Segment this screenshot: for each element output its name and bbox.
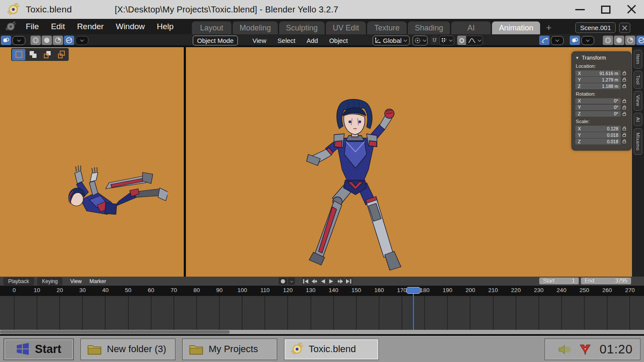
shading-material-icon[interactable] bbox=[53, 36, 63, 45]
overlays-dropdown[interactable] bbox=[581, 36, 594, 45]
volume-icon[interactable] bbox=[558, 344, 571, 355]
tab-modeling[interactable]: Modeling bbox=[233, 21, 278, 34]
menu-help[interactable]: Help bbox=[157, 22, 173, 31]
scene-unlink-icon[interactable] bbox=[619, 23, 630, 33]
menu-object[interactable]: Object bbox=[329, 37, 348, 44]
menu-select[interactable]: Select bbox=[277, 37, 295, 44]
previous-keyframe-icon[interactable] bbox=[310, 278, 318, 285]
shading-wireframe-icon[interactable] bbox=[603, 36, 613, 45]
shading-dropdown[interactable] bbox=[76, 36, 88, 45]
lock-icon[interactable] bbox=[623, 79, 626, 81]
shading-solid-icon[interactable] bbox=[42, 36, 52, 45]
snap-magnet-icon[interactable] bbox=[431, 36, 438, 45]
proportional-falloff-dropdown[interactable] bbox=[466, 36, 483, 45]
timeline-scrollbar-thumb[interactable] bbox=[0, 330, 230, 334]
maximize-icon[interactable] bbox=[601, 6, 611, 14]
shading-material-icon[interactable] bbox=[625, 36, 635, 45]
menu-render[interactable]: Render bbox=[77, 22, 103, 31]
location-y-field[interactable]: Y1.279 m bbox=[575, 77, 621, 83]
pivot-point-dropdown[interactable] bbox=[413, 36, 428, 45]
minimize-icon[interactable] bbox=[575, 9, 585, 10]
select-subtract-icon[interactable] bbox=[40, 49, 54, 60]
tab-layout[interactable]: Layout bbox=[192, 21, 231, 34]
sidebar-tab-item[interactable]: Item bbox=[634, 50, 642, 69]
play-icon[interactable] bbox=[328, 278, 335, 285]
transform-orientation-dropdown[interactable]: Global bbox=[373, 36, 410, 45]
lock-icon[interactable] bbox=[623, 128, 626, 130]
tab-texture[interactable]: Texture bbox=[367, 21, 407, 34]
jump-to-end-icon[interactable] bbox=[345, 278, 352, 285]
timeline-ruler[interactable]: 0102030405060708090100110120130140150160… bbox=[0, 286, 644, 296]
proportional-editing-icon[interactable] bbox=[457, 36, 466, 45]
rotation-z-field[interactable]: Z0° bbox=[575, 111, 621, 117]
menu-file[interactable]: File bbox=[26, 22, 39, 31]
tab-shading[interactable]: Shading bbox=[408, 21, 450, 34]
auto-keying-record-icon[interactable] bbox=[279, 278, 287, 285]
scale-y-field[interactable]: Y0.018 bbox=[575, 132, 621, 138]
taskbar-item-my-projects[interactable]: My Projects bbox=[182, 338, 277, 360]
viewport-right[interactable]: ▼ Transform Location: X91.616 m Y1.279 m… bbox=[186, 47, 632, 277]
lock-icon[interactable] bbox=[623, 85, 626, 88]
snap-target-dropdown[interactable] bbox=[439, 36, 454, 45]
frame-end-field[interactable]: End 3795 bbox=[581, 278, 631, 284]
sidebar-tab-ai[interactable]: AI bbox=[634, 113, 642, 126]
select-invert-icon[interactable] bbox=[55, 49, 68, 60]
close-icon[interactable] bbox=[627, 5, 636, 14]
lock-icon[interactable] bbox=[623, 141, 626, 143]
tab-ai[interactable]: AI bbox=[451, 21, 491, 34]
timeline-marker-menu[interactable]: Marker bbox=[89, 278, 106, 284]
timeline-grid[interactable] bbox=[0, 296, 644, 330]
character-render[interactable] bbox=[301, 98, 404, 277]
lock-icon[interactable] bbox=[623, 134, 626, 137]
show-gizmo-icon[interactable] bbox=[539, 36, 550, 45]
play-reverse-icon[interactable] bbox=[319, 278, 327, 285]
scale-x-field[interactable]: X0.128 bbox=[575, 126, 621, 132]
scale-z-field[interactable]: Z0.018 bbox=[575, 139, 621, 145]
shading-rendered-icon[interactable] bbox=[64, 36, 74, 45]
tab-sculpting[interactable]: Sculpting bbox=[279, 21, 325, 34]
menu-add[interactable]: Add bbox=[307, 37, 318, 44]
blender-logo-icon[interactable] bbox=[5, 21, 16, 32]
rotation-y-field[interactable]: Y0° bbox=[575, 105, 621, 111]
taskbar-item-toxic-blend[interactable]: Toxic.blend bbox=[284, 338, 379, 360]
menu-edit[interactable]: Edit bbox=[51, 22, 65, 31]
shading-wireframe-icon[interactable] bbox=[30, 36, 41, 45]
select-set-icon[interactable] bbox=[12, 49, 25, 60]
add-workspace-button[interactable]: + bbox=[541, 21, 556, 34]
timeline-view-menu[interactable]: View bbox=[70, 278, 82, 284]
rotation-x-field[interactable]: X0° bbox=[575, 98, 621, 104]
timeline-scrollbar[interactable] bbox=[0, 330, 644, 334]
location-z-field[interactable]: Z1.188 m bbox=[575, 83, 621, 89]
menu-window[interactable]: Window bbox=[116, 22, 145, 31]
scene-name-field[interactable]: Scene.001 bbox=[575, 22, 616, 33]
sidebar-tab-tool[interactable]: Tool bbox=[634, 71, 642, 89]
tab-animation[interactable]: Animation bbox=[492, 21, 540, 34]
lock-icon[interactable] bbox=[623, 107, 626, 109]
lock-icon[interactable] bbox=[623, 100, 626, 103]
sidebar-tab-view[interactable]: View bbox=[634, 91, 642, 111]
gizmo-dropdown[interactable] bbox=[551, 36, 564, 45]
start-button[interactable]: Start bbox=[3, 338, 74, 360]
show-overlays-icon[interactable] bbox=[570, 36, 580, 45]
menu-view[interactable]: View bbox=[252, 37, 266, 44]
sidebar-tab-mixamo[interactable]: Mixamo bbox=[634, 128, 642, 155]
jump-to-start-icon[interactable] bbox=[302, 278, 310, 285]
shading-rendered-icon[interactable] bbox=[636, 36, 644, 45]
select-extend-icon[interactable] bbox=[26, 49, 39, 60]
playhead-handle[interactable] bbox=[406, 287, 421, 294]
transform-panel-header[interactable]: ▼ Transform bbox=[575, 55, 628, 61]
keying-menu[interactable]: Keying bbox=[37, 278, 63, 285]
object-mode-selector[interactable]: Object Mode bbox=[193, 36, 238, 45]
next-keyframe-icon[interactable] bbox=[336, 278, 344, 285]
character-render-falling[interactable] bbox=[56, 164, 167, 224]
keying-dropdown[interactable] bbox=[288, 278, 295, 285]
tray-app-icon[interactable] bbox=[580, 344, 591, 355]
viewport-left[interactable] bbox=[0, 47, 184, 277]
lock-icon[interactable] bbox=[623, 113, 626, 116]
taskbar-clock[interactable]: 01:20 bbox=[599, 342, 633, 356]
lock-icon[interactable] bbox=[623, 72, 626, 75]
tab-uv-edit[interactable]: UV Edit bbox=[326, 21, 366, 34]
playback-menu[interactable]: Playback bbox=[3, 278, 34, 285]
frame-start-field[interactable]: Start 1 bbox=[539, 278, 579, 284]
taskbar-item-new-folder[interactable]: New folder (3) bbox=[80, 338, 176, 360]
